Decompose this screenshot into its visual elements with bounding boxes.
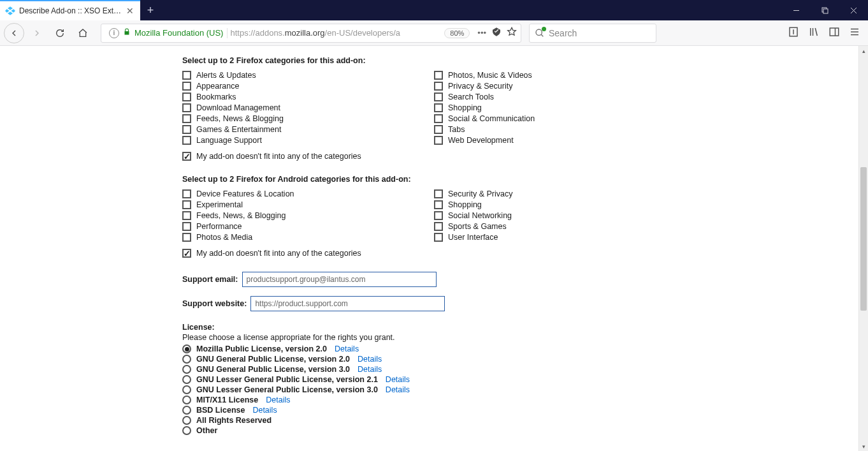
checkbox-icon[interactable] [182, 189, 191, 198]
license-option[interactable]: GNU General Public License, version 3.0D… [182, 365, 686, 374]
search-bar[interactable]: Search [529, 24, 656, 43]
category-row[interactable]: Search Tools [434, 92, 686, 101]
new-tab-button[interactable]: + [140, 0, 161, 20]
close-window-button[interactable] [839, 0, 868, 20]
checkbox-icon[interactable] [182, 233, 191, 242]
checkbox-icon[interactable] [182, 92, 191, 101]
category-row[interactable]: Privacy & Security [434, 82, 686, 91]
forward-button[interactable] [27, 23, 47, 43]
pocket-icon[interactable] [491, 27, 502, 39]
category-row[interactable]: Device Features & Location [182, 189, 434, 198]
more-icon[interactable]: ••• [477, 28, 486, 38]
license-option[interactable]: Mozilla Public License, version 2.0Detai… [182, 344, 686, 353]
category-row[interactable]: Performance [182, 222, 434, 231]
license-details-link[interactable]: Details [386, 385, 410, 394]
category-row[interactable]: Download Management [182, 103, 434, 112]
category-row[interactable]: Games & Entertainment [182, 125, 434, 134]
scroll-up-icon[interactable]: ▴ [859, 46, 868, 55]
radio-icon[interactable] [182, 426, 191, 435]
license-details-link[interactable]: Details [266, 396, 290, 404]
android-nofit-row[interactable]: My add-on doesn't fit into any of the ca… [182, 249, 686, 258]
checkbox-icon[interactable] [182, 125, 191, 134]
radio-icon[interactable] [182, 365, 191, 374]
category-row[interactable]: User Interface [434, 233, 686, 242]
license-details-link[interactable]: Details [252, 406, 277, 415]
checkbox-icon[interactable] [182, 211, 191, 220]
back-button[interactable] [4, 23, 24, 43]
license-option[interactable]: MIT/X11 LicenseDetails [182, 396, 686, 404]
checkbox-icon[interactable] [182, 136, 191, 145]
browser-tab[interactable]: Describe Add-on :: XSO Extensi ✕ [0, 0, 140, 20]
checkbox-icon[interactable] [182, 222, 191, 231]
menu-icon[interactable] [849, 26, 860, 40]
category-row[interactable]: Tabs [434, 125, 686, 134]
license-details-link[interactable]: Details [335, 344, 359, 353]
maximize-button[interactable] [811, 0, 839, 20]
category-row[interactable]: Experimental [182, 200, 434, 209]
category-row[interactable]: Bookmarks [182, 92, 434, 101]
home-button[interactable] [73, 23, 93, 43]
category-row[interactable]: Shopping [434, 103, 686, 112]
checkbox-icon[interactable] [434, 92, 443, 101]
checkbox-icon[interactable] [182, 200, 191, 209]
checkbox-icon[interactable] [434, 103, 443, 112]
checkbox-icon[interactable] [434, 136, 443, 145]
category-row[interactable]: Shopping [434, 200, 686, 209]
license-details-link[interactable]: Details [386, 375, 410, 384]
category-row[interactable]: Photos, Music & Videos [434, 71, 686, 80]
site-identity[interactable]: i Mozilla Foundation (US) [105, 28, 228, 38]
checkbox-icon[interactable] [434, 71, 443, 80]
minimize-button[interactable] [782, 0, 811, 20]
license-option[interactable]: GNU Lesser General Public License, versi… [182, 375, 686, 384]
radio-icon[interactable] [182, 396, 191, 404]
scroll-down-icon[interactable]: ▾ [859, 441, 868, 451]
category-row[interactable]: Language Support [182, 136, 434, 145]
checkbox-icon[interactable] [182, 114, 191, 123]
license-details-link[interactable]: Details [358, 365, 382, 374]
category-row[interactable]: Feeds, News, & Blogging [182, 211, 434, 220]
checkbox-icon[interactable] [434, 200, 443, 209]
checkbox-icon[interactable] [434, 211, 443, 220]
checkbox-icon[interactable] [434, 125, 443, 134]
radio-icon[interactable] [182, 355, 191, 364]
scroll-thumb[interactable] [860, 167, 867, 311]
category-row[interactable]: Social Networking [434, 211, 686, 220]
license-option[interactable]: Other [182, 426, 686, 435]
radio-icon[interactable] [182, 416, 191, 425]
library-icon[interactable] [808, 26, 820, 40]
radio-icon[interactable] [182, 344, 191, 353]
radio-icon[interactable] [182, 375, 191, 384]
license-option[interactable]: All Rights Reserved [182, 416, 686, 425]
url-bar[interactable]: i Mozilla Foundation (US) https://addons… [101, 24, 521, 43]
support-website-field[interactable] [250, 296, 445, 311]
close-tab-icon[interactable]: ✕ [125, 6, 135, 16]
firefox-nofit-row[interactable]: My add-on doesn't fit into any of the ca… [182, 152, 686, 161]
license-details-link[interactable]: Details [358, 355, 382, 364]
radio-icon[interactable] [182, 406, 191, 415]
bookmark-star-icon[interactable] [507, 27, 517, 39]
sidebar-icon[interactable] [828, 26, 840, 40]
checkbox-icon[interactable] [182, 82, 191, 91]
support-email-field[interactable] [242, 272, 437, 287]
category-row[interactable]: Alerts & Updates [182, 71, 434, 80]
category-row[interactable]: Photos & Media [182, 233, 434, 242]
reload-button[interactable] [50, 23, 70, 43]
category-row[interactable]: Security & Privacy [434, 189, 686, 198]
checkbox-icon[interactable] [182, 249, 191, 258]
vertical-scrollbar[interactable]: ▴ ▾ [858, 46, 868, 451]
license-option[interactable]: GNU Lesser General Public License, versi… [182, 385, 686, 394]
checkbox-icon[interactable] [434, 189, 443, 198]
zoom-indicator[interactable]: 80% [444, 28, 470, 38]
checkbox-icon[interactable] [434, 233, 443, 242]
category-row[interactable]: Sports & Games [434, 222, 686, 231]
checkbox-icon[interactable] [182, 152, 191, 161]
checkbox-icon[interactable] [434, 222, 443, 231]
category-row[interactable]: Social & Communication [434, 114, 686, 123]
checkbox-icon[interactable] [182, 103, 191, 112]
checkbox-icon[interactable] [182, 71, 191, 80]
category-row[interactable]: Feeds, News & Blogging [182, 114, 434, 123]
checkbox-icon[interactable] [434, 114, 443, 123]
license-option[interactable]: BSD LicenseDetails [182, 406, 686, 415]
category-row[interactable]: Web Development [434, 136, 686, 145]
category-row[interactable]: Appearance [182, 82, 434, 91]
